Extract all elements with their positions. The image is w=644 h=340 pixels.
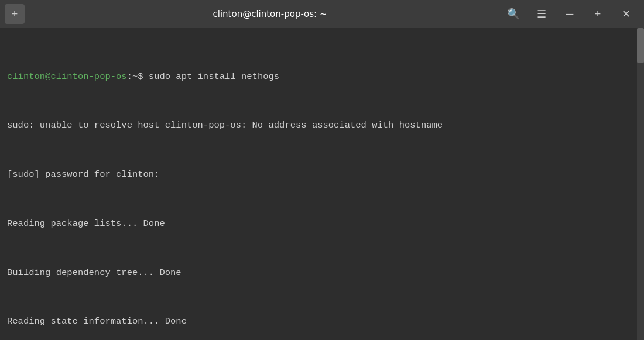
output-line-2: [sudo] password for clinton: — [7, 169, 637, 181]
title-bar-left: + — [5, 4, 40, 24]
close-icon: ✕ — [622, 8, 631, 20]
terminal-window: + clinton@clinton-pop-os: ~ 🔍 ☰ ─ + ✕ — [0, 0, 644, 340]
title-bar: + clinton@clinton-pop-os: ~ 🔍 ☰ ─ + ✕ — [0, 0, 644, 28]
output-line-5: Reading state information... Done — [7, 315, 637, 328]
maximize-button[interactable]: + — [584, 0, 611, 28]
prompt-sep-1: :~$ — [127, 71, 149, 82]
output-line-3: Reading package lists... Done — [7, 218, 637, 230]
add-tab-button[interactable]: + — [5, 4, 25, 24]
command-text-1: sudo apt install nethogs — [149, 71, 279, 82]
output-line-1: sudo: unable to resolve host clinton-pop… — [7, 119, 637, 132]
terminal-body[interactable]: clinton@clinton-pop-os:~$ sudo apt insta… — [0, 28, 644, 340]
command-line: clinton@clinton-pop-os:~$ sudo apt insta… — [7, 71, 637, 83]
minimize-icon: ─ — [566, 8, 574, 20]
window-controls: 🔍 ☰ ─ + ✕ — [500, 0, 639, 28]
output-line-4: Building dependency tree... Done — [7, 267, 637, 279]
terminal-output: clinton@clinton-pop-os:~$ sudo apt insta… — [7, 34, 637, 340]
scrollbar-track[interactable] — [637, 28, 644, 340]
add-tab-icon: + — [12, 8, 18, 20]
search-icon: 🔍 — [507, 8, 520, 20]
search-button[interactable]: 🔍 — [500, 0, 527, 28]
maximize-icon: + — [595, 8, 601, 20]
close-button[interactable]: ✕ — [612, 0, 639, 28]
hamburger-icon: ☰ — [537, 8, 546, 20]
menu-button[interactable]: ☰ — [528, 0, 555, 28]
window-title: clinton@clinton-pop-os: ~ — [40, 9, 500, 19]
minimize-button[interactable]: ─ — [556, 0, 583, 28]
scrollbar-thumb[interactable] — [637, 28, 644, 63]
prompt-1: clinton@clinton-pop-os — [7, 71, 127, 82]
